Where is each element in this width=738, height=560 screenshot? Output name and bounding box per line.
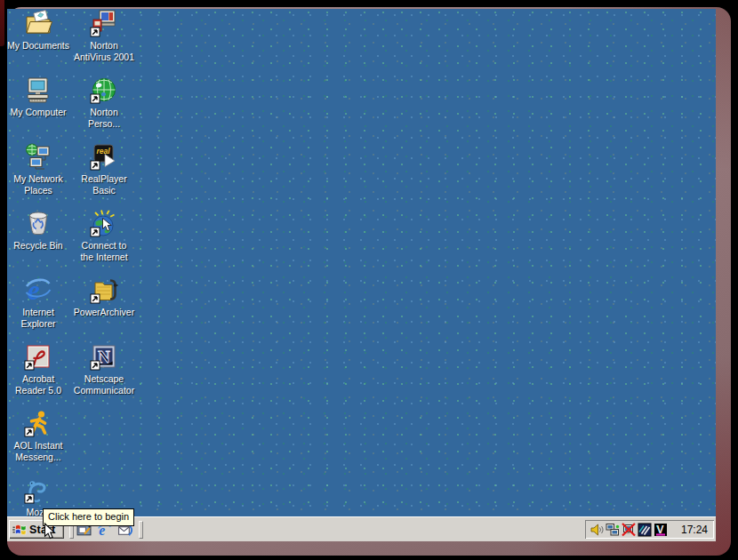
powerarchiver-icon	[90, 276, 118, 304]
desktop-icon-acrobat-reader[interactable]: Acrobat Reader 5.0	[7, 342, 71, 396]
desktop-icon-norton-personal[interactable]: Norton Perso...	[71, 76, 137, 129]
aol-instant-messenger-icon	[24, 409, 52, 437]
windows-logo-icon	[12, 522, 27, 537]
desktop-icon-label: My Network Places	[7, 173, 71, 196]
acrobat-reader-icon	[24, 342, 52, 371]
mouse-cursor-icon	[44, 523, 57, 541]
desktop-icon-my-computer[interactable]: My Computer	[7, 76, 71, 118]
taskbar-grip[interactable]	[139, 521, 143, 539]
screen-edge-artifact	[0, 0, 4, 46]
connect-internet-icon	[90, 209, 118, 237]
my-documents-icon	[24, 9, 52, 37]
desktop[interactable]: My DocumentsNorton AntiVirus 2001My Comp…	[7, 9, 716, 541]
monitor-photo: { "tooltip": { "text": "Click here to be…	[0, 0, 738, 560]
desktop-icon-netscape[interactable]: NNetscape Communicator	[71, 342, 137, 396]
desktop-icon-recycle-bin[interactable]: Recycle Bin	[7, 209, 71, 252]
network-offline-icon[interactable]	[622, 523, 636, 537]
mozilla-icon	[24, 476, 52, 504]
system-tray: V 17:24	[585, 520, 714, 539]
desktop-icon-norton-antivirus[interactable]: Norton AntiVirus 2001	[71, 9, 137, 62]
norton-personal-icon	[90, 76, 118, 104]
desktop-icon-realplayer[interactable]: realRealPlayer Basic	[71, 142, 137, 196]
desktop-icon-label: My Computer	[7, 107, 71, 118]
norton-antivirus-tray-icon[interactable]: V	[654, 523, 668, 537]
internet-explorer-icon: e	[24, 276, 52, 304]
tray-icon-group: V	[590, 523, 668, 537]
desktop-icon-label: Recycle Bin	[7, 240, 71, 252]
desktop-icon-my-network-places[interactable]: My Network Places	[7, 142, 71, 196]
desktop-icon-label: Acrobat Reader 5.0	[7, 373, 71, 396]
desktop-icon-label: PowerArchiver	[71, 307, 137, 318]
desktop-icon-label: Norton Perso...	[71, 107, 137, 129]
desktop-icon-aol-instant-messenger[interactable]: AOL Instant Messeng...	[7, 409, 71, 462]
desktop-icon-label: My Documents	[7, 40, 71, 52]
norton-scheduler-icon[interactable]	[638, 523, 652, 537]
norton-antivirus-icon	[90, 9, 118, 37]
desktop-icon-label: Internet Explorer	[7, 307, 71, 329]
desktop-icon-connect-internet[interactable]: Connect to the Internet	[71, 209, 137, 262]
desktop-icon-label: Connect to the Internet	[71, 240, 137, 262]
desktop-icon-my-documents[interactable]: My Documents	[7, 9, 71, 52]
network-connection-icon[interactable]	[606, 523, 620, 537]
desktop-icon-internet-explorer[interactable]: eInternet Explorer	[7, 276, 71, 329]
clock[interactable]: 17:24	[681, 524, 710, 536]
volume-icon[interactable]	[590, 523, 604, 537]
desktop-icon-label: AOL Instant Messeng...	[7, 440, 71, 462]
desktop-icon-label: Norton AntiVirus 2001	[71, 40, 137, 62]
desktop-icon-label: Netscape Communicator	[71, 373, 137, 396]
desktop-icon-label: RealPlayer Basic	[71, 173, 137, 196]
recycle-bin-icon	[24, 209, 52, 237]
my-network-places-icon	[24, 142, 52, 171]
my-computer-icon	[24, 76, 52, 104]
realplayer-icon: real	[90, 142, 118, 171]
desktop-icon-powerarchiver[interactable]: PowerArchiver	[71, 276, 137, 318]
netscape-icon: N	[90, 342, 118, 371]
